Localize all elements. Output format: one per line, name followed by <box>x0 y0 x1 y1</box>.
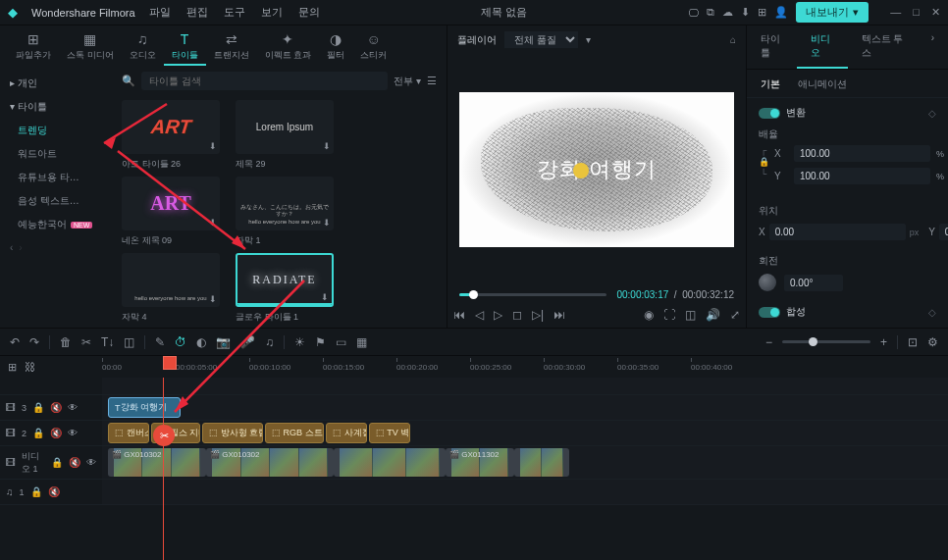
film-icon[interactable]: 🎞 <box>6 457 16 468</box>
step-back-icon[interactable]: ◁ <box>475 308 484 322</box>
media-tab-6[interactable]: ◑필터 <box>319 29 352 66</box>
video-clip-1[interactable]: 🎬 GX010302 <box>206 448 334 477</box>
zoom-in-icon[interactable]: + <box>880 335 887 349</box>
filter-dropdown[interactable]: 전부 ▾ <box>394 75 421 88</box>
rotation-knob[interactable] <box>759 274 776 291</box>
stop-icon[interactable]: ◻ <box>512 308 522 322</box>
media-tab-1[interactable]: ▦스톡 미디어 <box>59 29 122 66</box>
lock-track-icon[interactable]: 🔒 <box>30 486 42 497</box>
tree-child-2[interactable]: 유튜브용 타… <box>0 166 112 189</box>
lock-track-icon[interactable]: 🔒 <box>51 457 63 468</box>
music-icon[interactable]: ♫ <box>265 335 274 349</box>
expand-icon[interactable]: ⤢ <box>730 308 740 322</box>
track-icon[interactable]: ▭ <box>336 335 346 349</box>
fx-clip-0[interactable]: ⬚ 캔버스 <box>108 423 149 443</box>
lock-track-icon[interactable]: 🔒 <box>32 428 44 438</box>
speed-icon[interactable]: ⏱ <box>175 335 186 349</box>
play-icon[interactable]: ▷ <box>494 308 502 322</box>
insp-tab-title[interactable]: 타이틀 <box>747 25 797 69</box>
pos-x-input[interactable] <box>769 224 906 240</box>
lock-icon[interactable]: 🔒 <box>759 157 769 167</box>
subtab-basic[interactable]: 기본 <box>761 77 780 91</box>
subtab-animation[interactable]: 애니메이션 <box>798 77 847 91</box>
link-icon[interactable]: ⛓ <box>25 361 35 373</box>
fullscreen-icon[interactable]: ⛶ <box>663 308 675 322</box>
title-thumb-2[interactable]: ART⬇네온 제목 09 <box>122 177 220 247</box>
window-maximize[interactable]: □ <box>913 6 920 19</box>
insp-tab-video[interactable]: 비디오 <box>797 25 847 69</box>
preview-title-text[interactable]: 강화 여행기 <box>537 155 657 184</box>
mute-track-icon[interactable]: 🔇 <box>50 428 62 438</box>
crop-tl-icon[interactable]: ◫ <box>124 335 134 349</box>
mute-track-icon[interactable]: 🔇 <box>69 457 80 468</box>
tree-child-4[interactable]: 예능한국어NEW <box>0 213 112 236</box>
sort-icon[interactable]: ☰ <box>427 75 437 87</box>
tree-child-1[interactable]: 워드아트 <box>0 142 112 166</box>
window-close[interactable]: ✕ <box>931 6 940 19</box>
media-tab-0[interactable]: ⊞파일추가 <box>8 29 59 66</box>
menu-edit[interactable]: 편집 <box>186 5 208 20</box>
step-fwd-icon[interactable]: ▷| <box>532 308 544 322</box>
monitor-icon[interactable]: 🖵 <box>688 7 699 19</box>
video-clip-2[interactable] <box>334 448 446 477</box>
pos-y-input[interactable] <box>939 224 948 240</box>
window-minimize[interactable]: — <box>890 6 901 19</box>
composite-toggle[interactable] <box>759 307 780 318</box>
cloud-icon[interactable]: ☁ <box>722 6 733 19</box>
fx-clip-5[interactable]: ⬚ TV 벽 <box>369 423 410 443</box>
add-track-icon[interactable]: ⊞ <box>8 361 17 374</box>
preview-scrubber[interactable] <box>459 293 606 296</box>
fx-clip-4[interactable]: ⬚ 사계절 <box>326 423 367 443</box>
zoom-out-icon[interactable]: − <box>765 335 772 349</box>
marker-icon[interactable]: ⚑ <box>315 335 326 349</box>
lock-track-icon[interactable]: 🔒 <box>32 402 44 413</box>
mute-track-icon[interactable]: 🔇 <box>50 402 62 413</box>
mic-icon[interactable]: 🎤 <box>240 335 255 349</box>
media-tab-3[interactable]: T타이틀 <box>164 29 206 66</box>
tree-forward-icon[interactable]: › <box>19 242 22 253</box>
redo-icon[interactable]: ↷ <box>29 335 39 349</box>
title-thumb-5[interactable]: RADIATE⬇글로우 타이틀 1 <box>236 253 334 324</box>
scale-y-input[interactable] <box>794 168 930 184</box>
quality-select[interactable]: 전체 품질 <box>504 31 578 48</box>
media-tab-5[interactable]: ✦이펙트 효과 <box>257 29 320 66</box>
download-icon[interactable]: ⬇ <box>741 6 750 19</box>
insp-tab-tts[interactable]: 텍스트 투 스 <box>848 25 918 69</box>
hide-track-icon[interactable]: 👁 <box>68 428 78 438</box>
menu-tools[interactable]: 도구 <box>224 5 245 20</box>
grid-icon[interactable]: ⊞ <box>758 6 766 19</box>
scale-x-input[interactable] <box>794 145 930 162</box>
camera-icon[interactable]: 📷 <box>216 335 231 349</box>
title-thumb-3[interactable]: みなさん、こんにちは。お元気ですか？hello everyone how are… <box>236 177 334 247</box>
export-button[interactable]: 내보내기 ▾ <box>796 2 869 23</box>
hide-track-icon[interactable]: 👁 <box>68 402 78 413</box>
crop-icon[interactable]: ◫ <box>685 308 696 322</box>
media-tab-7[interactable]: ☺스티커 <box>352 29 395 66</box>
title-thumb-4[interactable]: hello everyone how are you⬇자막 4 <box>122 253 220 324</box>
preview-canvas[interactable]: 강화 여행기 <box>459 92 734 247</box>
cut-icon[interactable]: ✂ <box>81 335 91 349</box>
playhead-marker[interactable] <box>163 356 177 370</box>
tree-child-3[interactable]: 음성 텍스트… <box>0 189 112 213</box>
composite-keyframe-icon[interactable]: ◇ <box>928 307 936 318</box>
next-clip-icon[interactable]: ⏭ <box>553 308 565 322</box>
film-icon[interactable]: 🎞 <box>6 402 16 413</box>
transform-keyframe-icon[interactable]: ◇ <box>928 108 936 119</box>
menu-file[interactable]: 파일 <box>149 5 171 20</box>
color-icon[interactable]: ◐ <box>196 335 206 349</box>
media-tab-2[interactable]: ♫오디오 <box>122 29 164 66</box>
settings-icon[interactable]: ⚙ <box>927 335 938 349</box>
video-clip-4[interactable] <box>514 448 569 477</box>
rotation-input[interactable] <box>784 275 843 291</box>
delete-icon[interactable]: 🗑 <box>60 335 72 349</box>
adjust-icon[interactable]: ☀ <box>294 335 305 349</box>
title-search-input[interactable] <box>141 72 388 90</box>
tree-titles[interactable]: ▾ 타이틀 <box>0 95 112 119</box>
menu-view[interactable]: 보기 <box>261 5 283 20</box>
scissors-cut-badge[interactable]: ✂ <box>153 425 175 446</box>
fx-clip-2[interactable]: ⬚ 방사형 흐림 <box>202 423 263 443</box>
dropdown-icon[interactable]: ▾ <box>586 34 591 45</box>
title-thumb-0[interactable]: ART⬇아트 타이틀 26 <box>122 100 220 171</box>
text-icon[interactable]: T↓ <box>101 335 114 349</box>
record-icon[interactable]: ◉ <box>644 308 654 322</box>
